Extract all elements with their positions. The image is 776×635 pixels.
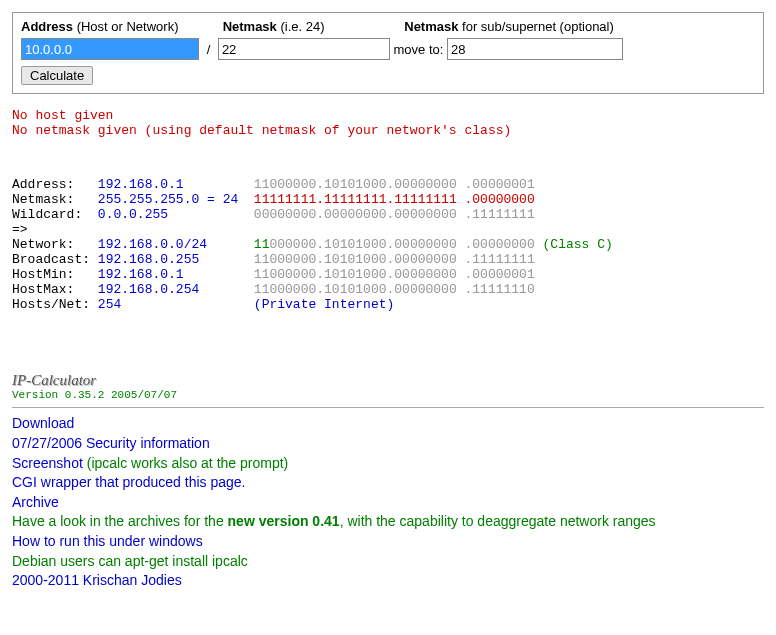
archive-link[interactable]: Archive — [12, 494, 59, 510]
results-block: Address: 192.168.0.1 11000000.10101000.0… — [12, 178, 764, 312]
slash-separator: / — [207, 42, 211, 57]
netmask2-label: Netmask for sub/supernet (optional) — [404, 19, 614, 34]
address-label: Address (Host or Network) — [21, 19, 219, 34]
windows-link[interactable]: How to run this under windows — [12, 533, 203, 549]
security-link[interactable]: 07/27/2006 Security information — [12, 435, 210, 451]
screenshot-aside: (ipcalc works also at the prompt) — [83, 455, 288, 471]
move-to-input[interactable] — [447, 38, 623, 60]
divider — [12, 407, 764, 408]
calc-form: Address (Host or Network) Netmask (i.e. … — [12, 12, 764, 94]
address-input[interactable] — [21, 38, 199, 60]
warning-messages: No host given No netmask given (using de… — [12, 108, 764, 138]
move-to-label: move to: — [394, 42, 447, 57]
archive-note: Have a look in the archives for the new … — [12, 513, 656, 529]
app-logo: IP-Calculator — [12, 372, 764, 389]
download-link[interactable]: Download — [12, 415, 74, 431]
footer-links: Download 07/27/2006 Security information… — [12, 414, 764, 590]
screenshot-link[interactable]: Screenshot — [12, 455, 83, 471]
author-link[interactable]: 2000-2011 Krischan Jodies — [12, 572, 182, 588]
debian-note: Debian users can apt-get install ipcalc — [12, 553, 248, 569]
netmask-input[interactable] — [218, 38, 390, 60]
version-text: Version 0.35.2 2005/07/07 — [12, 389, 764, 401]
calculate-button[interactable] — [21, 66, 93, 85]
cgi-link[interactable]: CGI wrapper that produced this page. — [12, 474, 245, 490]
netmask-label: Netmask (i.e. 24) — [223, 19, 401, 34]
